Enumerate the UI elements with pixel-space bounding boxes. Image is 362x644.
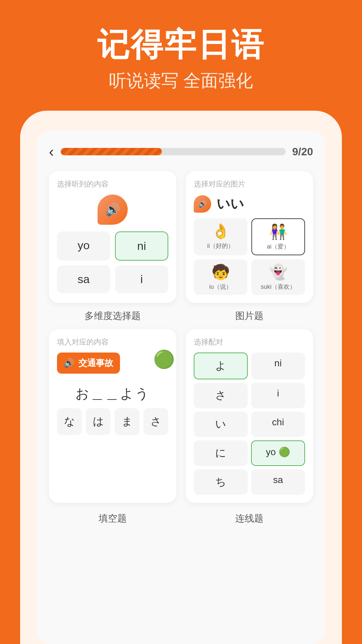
choice-ni[interactable]: ni xyxy=(115,231,168,261)
card-matching: 选择配对 よ ni さ i い chi に yo 🟢 ち sa xyxy=(186,329,313,503)
card-fill-blank: 填入对应的内容 🔊 交通事故 🟢 お＿＿よう な は ま さ xyxy=(49,329,176,503)
pic-label-ai: ai（爱） xyxy=(256,243,300,251)
match-right-yo[interactable]: yo 🟢 xyxy=(251,440,305,466)
choice-sa[interactable]: sa xyxy=(57,265,110,293)
card-multiple-choice: 选择听到的内容 🔊 yo ni sa i xyxy=(49,171,176,303)
phrase-text: 交通事故 xyxy=(78,357,113,369)
card-picture-choice: 选择对应的图片 🔊 いい 👌 ii（好的） 👫 ai（爱） xyxy=(186,171,313,303)
card2-speaker-row: 🔊 いい xyxy=(194,195,305,213)
match-right-chi[interactable]: chi xyxy=(251,412,305,437)
pic-card-ai[interactable]: 👫 ai（爱） xyxy=(251,218,305,255)
answer-ma[interactable]: ま xyxy=(115,408,139,435)
card4-type-label: 连线题 xyxy=(186,512,313,525)
pic-card-iu[interactable]: 🧒 iu（说） xyxy=(194,259,247,295)
card2-speaker-icon[interactable]: 🔊 xyxy=(194,195,211,213)
sub-title: 听说读写 全面强化 xyxy=(0,69,362,93)
card1-speaker-icon[interactable]: 🔊 xyxy=(98,195,128,225)
choice-yo[interactable]: yo xyxy=(57,231,110,261)
bottom-labels-top: 多维度选择题 图片题 xyxy=(49,305,313,322)
pic-emoji-ai: 👫 xyxy=(256,223,300,240)
cards-grid-bottom: 填入对应的内容 🔊 交通事故 🟢 お＿＿よう な は ま さ xyxy=(49,329,313,503)
progress-row: ‹ 9/20 xyxy=(49,144,313,159)
match-left-ni[interactable]: に xyxy=(194,440,248,466)
cards-grid-top: 选择听到的内容 🔊 yo ni sa i 选择对应的图片 🔊 xyxy=(49,171,313,303)
blank-text: お＿＿よう xyxy=(57,384,168,403)
audio-phrase[interactable]: 🔊 交通事故 xyxy=(57,353,120,374)
choice-i[interactable]: i xyxy=(115,265,168,293)
pic-label-ii: ii（好的） xyxy=(198,242,243,250)
pic-card-ii[interactable]: 👌 ii（好的） xyxy=(194,218,247,255)
match-left-yo[interactable]: よ xyxy=(194,353,248,379)
answer-sa[interactable]: さ xyxy=(143,408,168,435)
card2-japanese: いい xyxy=(217,195,244,213)
speaker-symbol-large: 🔊 xyxy=(105,203,120,217)
pic-label-iu: iu（说） xyxy=(198,283,243,291)
mascot-icon: 🟢 xyxy=(153,349,175,370)
answer-ha[interactable]: は xyxy=(86,408,111,435)
pic-emoji-iu: 🧒 xyxy=(198,263,243,281)
card2-type-label: 图片题 xyxy=(186,310,313,322)
card4-label: 选择配对 xyxy=(194,337,305,347)
match-left-chi[interactable]: ち xyxy=(194,469,248,495)
choice-grid: yo ni sa i xyxy=(57,231,168,293)
speaker-symbol-small: 🔊 xyxy=(198,200,207,208)
pic-emoji-suki: 👻 xyxy=(255,263,301,281)
card3-type-label: 填空题 xyxy=(49,512,176,525)
match-right-sa[interactable]: sa xyxy=(251,469,305,495)
card1-label: 选择听到的内容 xyxy=(57,179,168,189)
match-left-sa[interactable]: さ xyxy=(194,383,248,408)
header-section: 记得牢日语 听说读写 全面强化 xyxy=(0,0,362,113)
pic-card-suki[interactable]: 👻 suki（喜欢） xyxy=(251,259,305,295)
match-left-i[interactable]: い xyxy=(194,412,248,437)
pic-label-suki: suki（喜欢） xyxy=(255,283,301,291)
speaker-icon-phrase: 🔊 xyxy=(64,358,74,368)
progress-bar-fill xyxy=(61,148,162,155)
card3-phrase-area: 🔊 交通事故 🟢 xyxy=(57,353,168,380)
card1-type-label: 多维度选择题 xyxy=(49,310,176,322)
back-button[interactable]: ‹ xyxy=(49,144,54,159)
match-right-ni[interactable]: ni xyxy=(251,353,305,379)
card3-label: 填入对应的内容 xyxy=(57,337,168,347)
main-title: 记得牢日语 xyxy=(0,27,362,62)
pic-emoji-ii: 👌 xyxy=(198,222,243,240)
match-right-i[interactable]: i xyxy=(251,383,305,408)
pic-grid: 👌 ii（好的） 👫 ai（爱） 🧒 iu（说） 👻 suki（喜欢） xyxy=(194,218,305,295)
answer-choices: な は ま さ xyxy=(57,408,168,435)
answer-na[interactable]: な xyxy=(57,408,82,435)
bottom-labels-bottom: 填空题 连线题 xyxy=(49,507,313,525)
progress-bar-container xyxy=(61,148,286,155)
phone-inner: ‹ 9/20 选择听到的内容 🔊 yo ni sa i xyxy=(37,131,325,644)
match-grid: よ ni さ i い chi に yo 🟢 ち sa xyxy=(194,353,305,495)
phone-mockup: ‹ 9/20 选择听到的内容 🔊 yo ni sa i xyxy=(20,111,342,644)
card2-label: 选择对应的图片 xyxy=(194,179,305,189)
progress-text: 9/20 xyxy=(292,146,313,158)
